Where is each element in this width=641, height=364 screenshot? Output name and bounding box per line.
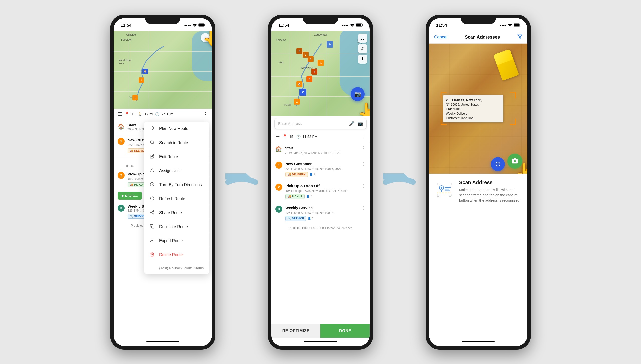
svg-point-3 <box>150 141 153 144</box>
time-2: 11:54 <box>278 23 289 28</box>
search-icon <box>149 140 155 146</box>
map-1: Cliffside Fairview West NewYork ©Maps 1 … <box>114 31 212 109</box>
marker-8-p2[interactable]: 8 <box>296 48 302 54</box>
stop-dots-2-p2[interactable]: ⋮ <box>361 183 366 189</box>
stop-num-3-p2: 3 <box>275 206 282 213</box>
menu-share-route[interactable]: Share Route <box>144 206 209 220</box>
cursor-3: 👆 <box>515 163 527 174</box>
stop-count-2: 15 <box>289 135 293 139</box>
stop-dots-start-2[interactable]: ⋮ <box>361 145 366 151</box>
menu-assign-user[interactable]: Assign User <box>144 164 209 178</box>
menu-search-in-route[interactable]: Search in Route <box>144 136 209 150</box>
route-header-2: ☰ 📍 15 🕐 11:52 PM ⋮ <box>271 131 370 142</box>
hamburger-1[interactable]: ☰ <box>118 111 122 117</box>
menu-refresh-route[interactable]: Refresh Route <box>144 192 209 206</box>
marker-home[interactable]: 🏠 <box>142 69 148 74</box>
menu-duplicate-label: Duplicate Route <box>159 225 188 229</box>
svg-marker-21 <box>518 35 522 38</box>
pin-icon-2: 📍 <box>282 134 287 139</box>
stop-num-1-p2: 1 <box>275 162 282 169</box>
menu-export-label: Export Route <box>159 239 183 243</box>
menu-edit-route[interactable]: Edit Route <box>144 150 209 164</box>
bottom-bar-2 <box>271 338 370 346</box>
blue-circle-2[interactable]: 📷 <box>351 87 365 101</box>
svg-rect-1 <box>199 24 204 26</box>
home-indicator-2 <box>304 341 337 342</box>
stop-dots-3-p2[interactable]: ⋮ <box>361 205 366 211</box>
dropdown-menu-1: Plan New Route Search in Route Edit Rout… <box>144 122 209 274</box>
predicted-time-2: Predicted Route End Time 14/05/2023, 2:0… <box>271 224 370 232</box>
route-icon <box>149 126 155 132</box>
expand-btn[interactable]: ⛶ <box>358 34 367 43</box>
navigate-btn[interactable]: ▶ NAVIG... <box>118 192 142 200</box>
wifi-icon-2 <box>350 23 355 27</box>
mic-icon[interactable]: 🎤 <box>349 121 354 126</box>
stop-num-3-p1: 3 <box>118 205 125 212</box>
cursor-2: 👆 <box>357 103 370 116</box>
menu-duplicate-route[interactable]: Duplicate Route <box>144 220 209 234</box>
menu-directions-label: Turn-By-Turn Directions <box>159 183 202 187</box>
home-icon-2: 🏠 <box>275 146 282 152</box>
menu-directions[interactable]: Turn-By-Turn Directions <box>144 178 209 192</box>
stop-name-2-p2: Pick-Up & Drop-Off <box>285 184 320 188</box>
menu-delete-route[interactable]: Delete Route <box>144 248 209 262</box>
filter-btn[interactable] <box>517 34 522 40</box>
wifi-icon-1 <box>192 23 197 27</box>
marker-1-p2[interactable]: 1 <box>294 99 300 105</box>
marker-5-p2[interactable]: 5 <box>318 60 324 66</box>
svg-rect-11 <box>152 226 154 228</box>
menu-export-route[interactable]: Export Route <box>144 234 209 248</box>
signal-icon-1: ●●●● <box>184 24 191 27</box>
svg-line-10 <box>151 211 153 212</box>
reoptimize-btn[interactable]: RE-OPTIMIZE <box>271 324 320 338</box>
menu-plan-label: Plan New Route <box>159 126 188 131</box>
more-options-1[interactable]: ⋮ <box>203 111 208 117</box>
arrow-1 <box>225 173 258 191</box>
marker-4-p2[interactable]: 4 <box>311 69 317 75</box>
clock-icon-2: 🕐 <box>296 135 301 139</box>
svg-rect-2 <box>204 24 205 26</box>
hamburger-2[interactable]: ☰ <box>275 134 280 140</box>
svg-point-23 <box>441 187 442 189</box>
route-info-1: 📍 15 🚶 17 mi 🕐 2h 15m <box>125 112 173 116</box>
cancel-btn[interactable]: Cancel <box>434 35 447 40</box>
marker-3-p2[interactable]: 3 <box>306 76 312 82</box>
directions-icon <box>149 182 155 188</box>
enter-address-icons: 🎤 📷 <box>349 121 363 126</box>
svg-point-4 <box>151 169 153 170</box>
scan-icon-box <box>434 180 454 200</box>
menu-plan-new-route[interactable]: Plan New Route <box>144 122 209 136</box>
menu-rollback[interactable]: {Test} Rollback Route Status <box>144 262 209 274</box>
clock-icon-1: 🕐 <box>155 112 159 116</box>
location-btn[interactable]: ◎ <box>358 44 367 53</box>
camera-icon[interactable]: 📷 <box>357 121 363 126</box>
edit-icon <box>149 154 155 160</box>
route-list-2: 🏠 Start ⋮ 20 W 34th St, New York, NY 100… <box>271 142 370 324</box>
notch-3 <box>461 15 496 24</box>
marker-1[interactable]: 1 <box>132 95 138 100</box>
home-indicator-1 <box>146 341 179 342</box>
pin-icon-1: 📍 <box>125 112 130 116</box>
marker-7-p2[interactable]: 7 <box>303 52 309 58</box>
delete-icon <box>149 252 155 258</box>
menu-delete-label: Delete Route <box>159 253 183 257</box>
phone-2: 11:54 ●●●● <box>268 15 373 350</box>
marker-2[interactable]: 2 <box>139 77 144 83</box>
refresh-icon <box>149 196 155 202</box>
marker-home-p2[interactable]: 🏠 <box>296 81 302 87</box>
battery-icon-2 <box>356 23 363 27</box>
done-btn[interactable]: DONE <box>320 324 370 338</box>
label-zip: NY 10029, United States <box>446 102 501 107</box>
stop-dots-1-p2[interactable]: ⋮ <box>361 161 366 167</box>
blue-circle-3[interactable] <box>491 157 505 171</box>
marker-2-p2[interactable]: 2 <box>299 89 306 96</box>
info-btn[interactable]: ℹ <box>358 55 367 64</box>
svg-rect-20 <box>520 24 520 26</box>
more-options-2[interactable]: ⋮ <box>361 134 366 140</box>
user-icon <box>149 168 155 174</box>
enter-address-bar[interactable]: Enter Address 🎤 📷 <box>274 118 367 129</box>
scan-bottom-space <box>429 262 527 338</box>
copy-icon <box>149 224 155 230</box>
marker-9-p2[interactable]: 9 <box>327 41 333 48</box>
duration-1: 2h 15m <box>162 112 173 116</box>
